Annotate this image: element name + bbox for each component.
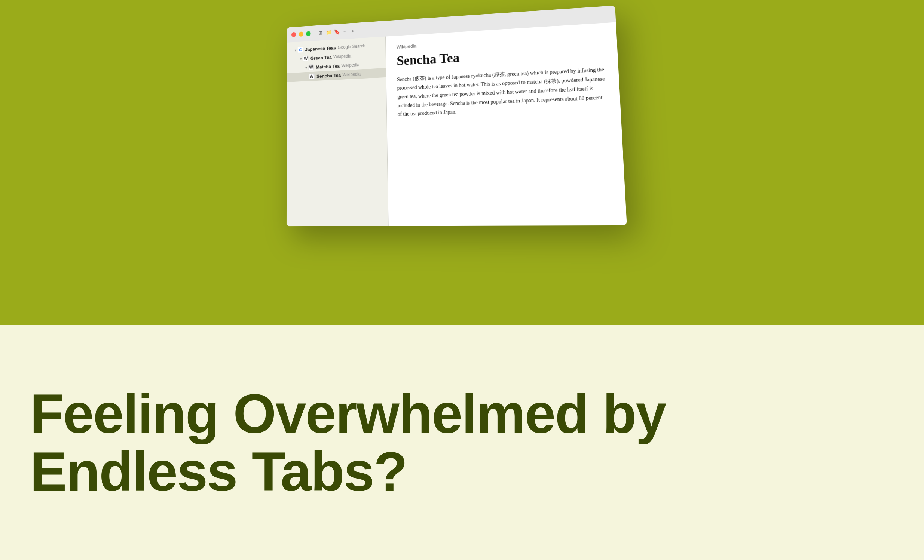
tab-title: Green Tea bbox=[310, 54, 332, 61]
tab-title: Sencha Tea bbox=[316, 72, 341, 78]
headline-line1: Feeling Overwhelmed by bbox=[30, 385, 666, 443]
tab-subtitle: Wikipedia bbox=[343, 71, 361, 77]
top-section: ⊞ 📁 🔖 ＋ « ▾ G Japanese Teas Google Se bbox=[0, 0, 924, 325]
tab-subtitle: Google Search bbox=[338, 43, 366, 50]
back-icon[interactable]: « bbox=[350, 27, 357, 34]
content-body: Sencha (煎茶) is a type of Japanese ryokuc… bbox=[397, 65, 608, 119]
minimize-button[interactable] bbox=[298, 31, 303, 37]
browser-window: ⊞ 📁 🔖 ＋ « ▾ G Japanese Teas Google Se bbox=[286, 6, 627, 226]
bookmark-icon[interactable]: 🔖 bbox=[334, 28, 340, 35]
folder-icon[interactable]: 📁 bbox=[326, 29, 332, 36]
headline: Feeling Overwhelmed by Endless Tabs? bbox=[30, 385, 666, 501]
google-favicon: G bbox=[298, 47, 303, 53]
maximize-button[interactable] bbox=[306, 31, 311, 36]
chevron-down-icon: ▾ bbox=[295, 48, 296, 52]
main-content-panel: Wikipedia Sencha Tea Sencha (煎茶) is a ty… bbox=[386, 22, 627, 226]
grid-icon[interactable]: ⊞ bbox=[317, 30, 323, 36]
wikipedia-favicon: W bbox=[303, 56, 308, 62]
tab-title: Matcha Tea bbox=[316, 63, 340, 70]
bottom-section: Feeling Overwhelmed by Endless Tabs? bbox=[0, 325, 924, 560]
dot-icon: · bbox=[305, 75, 306, 78]
toolbar-icons: ⊞ 📁 🔖 ＋ « bbox=[317, 27, 356, 36]
wikipedia-favicon: W bbox=[309, 73, 314, 79]
close-button[interactable] bbox=[291, 32, 296, 37]
tab-subtitle: Wikipedia bbox=[333, 54, 351, 60]
chevron-down-icon: ▾ bbox=[305, 66, 307, 70]
add-tab-icon[interactable]: ＋ bbox=[342, 28, 348, 35]
tab-sidebar: ▾ G Japanese Teas Google Search ▾ W Gree… bbox=[286, 37, 388, 226]
wikipedia-favicon: W bbox=[308, 64, 314, 70]
chevron-down-icon: ▾ bbox=[300, 57, 302, 61]
browser-wrapper: ⊞ 📁 🔖 ＋ « ▾ G Japanese Teas Google Se bbox=[286, 6, 627, 226]
tab-title: Japanese Teas bbox=[305, 45, 336, 52]
tab-subtitle: Wikipedia bbox=[342, 62, 360, 68]
headline-line2: Endless Tabs? bbox=[30, 443, 666, 500]
